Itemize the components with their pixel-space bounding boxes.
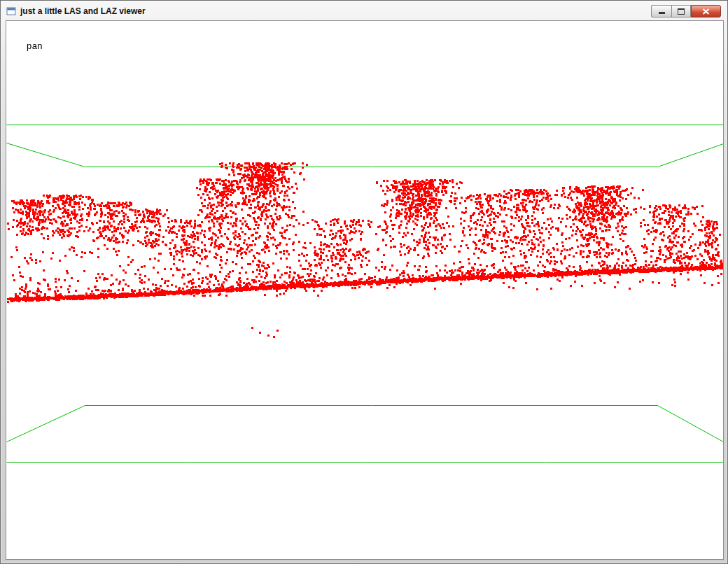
- minimize-button[interactable]: [651, 5, 671, 17]
- app-window: just a little LAS and LAZ viewer pan: [0, 0, 728, 564]
- viewer-client-area: pan: [6, 21, 723, 559]
- close-icon: [702, 8, 710, 15]
- minimize-icon: [659, 12, 665, 14]
- point-cloud-canvas[interactable]: [6, 21, 723, 559]
- close-button[interactable]: [691, 5, 721, 17]
- maximize-icon: [678, 8, 685, 15]
- window-title: just a little LAS and LAZ viewer: [20, 6, 146, 16]
- titlebar[interactable]: just a little LAS and LAZ viewer: [1, 1, 727, 20]
- maximize-button[interactable]: [671, 5, 691, 17]
- window-controls: [651, 5, 721, 17]
- mode-label: pan: [27, 41, 43, 51]
- app-icon: [6, 6, 17, 17]
